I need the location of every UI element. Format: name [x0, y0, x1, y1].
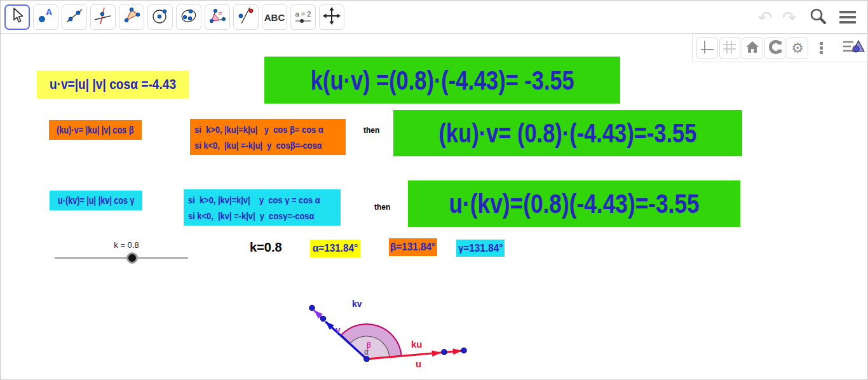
more-options-button[interactable] [813, 37, 830, 59]
toolbar: A [1, 1, 867, 34]
text-icon: ABC [264, 12, 285, 23]
polygon-icon [122, 6, 141, 28]
gamma-value-box[interactable]: γ=131.84° [456, 240, 505, 257]
menu-button[interactable] [837, 1, 858, 34]
settings-button[interactable]: ⚙ [787, 37, 808, 59]
kv-tip-point[interactable] [309, 305, 315, 311]
home-icon [745, 39, 760, 57]
grid-toggle-button[interactable] [719, 37, 741, 59]
then-label-1[interactable]: then [363, 126, 379, 135]
settings-gear-icon: ⚙ [791, 41, 804, 55]
move-view-tool-button[interactable] [319, 4, 344, 30]
k-slider-track[interactable] [55, 257, 188, 259]
line-icon [65, 6, 84, 28]
angle-icon: α [208, 6, 227, 28]
point-tool-button[interactable]: A [33, 4, 58, 30]
k-slider-label: k = 0.8 [107, 240, 146, 250]
line-tool-button[interactable] [62, 4, 87, 30]
stylebar-toggle-button[interactable] [840, 37, 867, 59]
svg-text:α: α [219, 10, 222, 17]
reflection-tool-button[interactable] [233, 4, 259, 30]
point-icon: A [36, 6, 55, 28]
text-tool-button[interactable]: ABC [262, 4, 287, 30]
menu-icon [839, 8, 856, 26]
dot-product-formula[interactable]: u·v=|u| |v| cosα =-4.43 [37, 71, 189, 98]
label-kv: kv [352, 299, 362, 309]
redo-icon: ↷ [782, 9, 797, 26]
slider-icon: a = 2 [294, 10, 312, 24]
reflection-icon [236, 6, 255, 28]
undo-button[interactable]: ↶ [756, 1, 775, 34]
ku-dot-v-definition[interactable]: (ku)·v= |ku| |v| cos β [49, 120, 142, 140]
circle-tool-button[interactable] [147, 4, 173, 30]
k-slider-knob[interactable] [126, 252, 138, 264]
undo-icon: ↶ [758, 9, 773, 26]
label-alpha: α [364, 348, 369, 356]
move-tool-button[interactable] [4, 4, 30, 30]
perpendicular-tool-button[interactable] [90, 4, 116, 30]
angle-tool-button[interactable]: α [205, 4, 230, 30]
axes-icon [700, 39, 715, 57]
axes-toggle-button[interactable] [696, 37, 718, 59]
then-label-2[interactable]: then [374, 203, 390, 212]
geogebra-app: A [0, 0, 868, 380]
origin-point[interactable] [364, 356, 370, 362]
label-ku: ku [411, 339, 423, 349]
slider-tool-button[interactable]: a = 2 [290, 4, 316, 30]
k-times-dot-product-result[interactable]: k(u·v) =(0.8)·(-4.43)= -3.55 [264, 57, 620, 104]
conic-icon [179, 6, 198, 28]
alpha-value-box[interactable]: α=131.84° [310, 240, 360, 257]
polygon-tool-button[interactable] [119, 4, 144, 30]
beta-value-box[interactable]: β=131.84° [389, 238, 437, 256]
k-value-text[interactable]: k=0.8 [250, 240, 282, 255]
kv-cases-text[interactable]: si k>0, |kv|=k|v| y cos γ = cos α si k<0… [184, 189, 341, 226]
v-tip-point[interactable] [320, 316, 326, 322]
u-dot-kv-definition[interactable]: u·(kv)= |u| |kv| cos γ [50, 191, 142, 210]
conic-tool-button[interactable] [176, 4, 201, 30]
u-dot-kv-result[interactable]: u·(kv)=(0.8)(-4.43)=-3.55 [408, 180, 740, 227]
label-u: u [416, 358, 421, 369]
ku-tip-point[interactable] [461, 348, 467, 353]
grid-icon [722, 39, 737, 57]
vector-diagram: kv v ku u β α [280, 280, 490, 380]
graphics-stylebar-icon [842, 39, 865, 58]
ku-dot-v-result[interactable]: (ku)·v= (0.8)·(-4.43)=-3.55 [393, 110, 742, 156]
snap-to-grid-button[interactable] [764, 37, 786, 59]
search-button[interactable] [808, 1, 828, 34]
circle-icon [151, 6, 170, 28]
redo-button[interactable]: ↷ [780, 1, 799, 34]
search-icon [809, 7, 827, 27]
u-tip-point[interactable] [442, 349, 447, 355]
move-view-icon [322, 6, 341, 28]
move-cursor-icon [8, 6, 27, 28]
svg-text:A: A [46, 7, 52, 17]
graphics-stylebar: ⚙ [692, 34, 867, 62]
snap-icon [768, 39, 783, 57]
kebab-icon [820, 41, 823, 55]
ku-cases-text[interactable]: si k>0, |ku|=k|u| y cos β= cos α si k<0,… [190, 119, 346, 155]
home-button[interactable] [742, 37, 763, 59]
label-v: v [336, 325, 341, 335]
perpendicular-line-icon [93, 6, 112, 28]
